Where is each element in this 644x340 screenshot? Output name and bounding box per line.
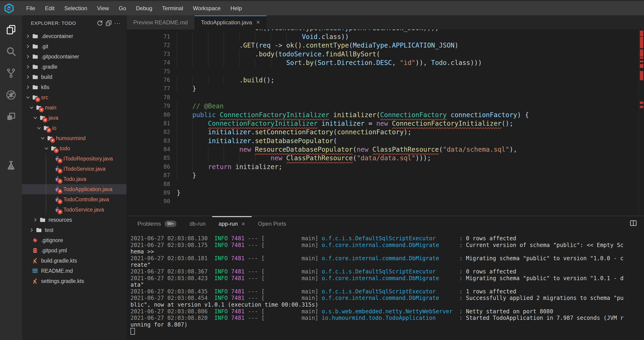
tree-item-gitpod-yml[interactable]: .gitpod.yml (22, 245, 126, 256)
tree-item-src[interactable]: ×src (22, 92, 126, 102)
overview-ruler[interactable] (639, 29, 644, 216)
tab-preview-readme-md[interactable]: Preview README.md (127, 15, 194, 29)
tree-item-itodoservice-java[interactable]: ×ITodoService.java (22, 164, 126, 174)
terminal-segment: --- [ main] (244, 242, 322, 248)
tree-item-todo-java[interactable]: ×Todo.java (22, 174, 126, 184)
menu-item-debug[interactable]: Debug (131, 1, 157, 15)
tree-item-k8s[interactable]: k8s (22, 82, 126, 92)
menu-item-terminal[interactable]: Terminal (157, 1, 188, 15)
chevron-right-icon (28, 227, 35, 234)
token: "data/data.sql" (356, 154, 415, 162)
error-badge: × (57, 209, 63, 215)
terminal-line: 2021-06-27 02:03:08.423 INFO 7481 --- [ … (130, 275, 644, 282)
terminal-segment: 7481 (231, 295, 244, 301)
terminal-segment: o.f.core.internal.command.DbMigrate (322, 275, 439, 282)
panel-tab-problems[interactable]: Problems99+ (131, 216, 183, 232)
tab-todoapplication-java[interactable]: TodoApplication.java× (194, 15, 267, 29)
token: = (364, 120, 376, 127)
menu-item-file[interactable]: File (21, 1, 40, 15)
tree-item-build-gradle-kts[interactable]: build.gradle.kts (22, 256, 126, 266)
tab-label: Preview README.md (133, 19, 188, 26)
code-text (174, 197, 177, 206)
activity-test[interactable] (0, 154, 22, 176)
tree-item-todoapplication-java[interactable]: ×TodoApplication.java (22, 184, 126, 194)
terminal-segment (228, 288, 231, 295)
tree-item-gradle[interactable]: .gradle (22, 62, 126, 72)
tree-item-label: README.md (41, 268, 73, 274)
tree-item-main[interactable]: ×main (22, 102, 126, 113)
panel-tab-label: app-run (219, 221, 238, 227)
tree-item-io[interactable]: ×io (22, 123, 126, 133)
terminal-segment: o.f.c.i.s.DefaultSqlScriptExecutor (322, 268, 436, 275)
activity-source-control[interactable] (0, 62, 22, 84)
tree-item-build[interactable]: build (22, 72, 126, 82)
folder-icon (32, 63, 38, 70)
activity-debug[interactable] (0, 84, 22, 106)
refresh-icon[interactable] (96, 19, 104, 27)
terminal-segment: Migrating schema "public" to version "1.… (466, 255, 624, 262)
chevron-right-icon (24, 53, 31, 60)
folder-icon (32, 53, 38, 60)
line-number: 78 (127, 93, 174, 102)
close-icon[interactable]: × (256, 19, 260, 25)
tree-item-resources[interactable]: resources (22, 215, 126, 225)
terminal-segment: 0 rows affected (466, 268, 516, 275)
code-line-78: 78 (127, 93, 644, 102)
tree-item-readme-md[interactable]: README.md (22, 266, 126, 276)
tree-item-itodorepository-java[interactable]: ×ITodoRepository.java (22, 154, 126, 164)
activity-explorer[interactable] (0, 18, 22, 40)
gitpod-logo-icon[interactable] (3, 2, 15, 14)
line-number: 88 (127, 180, 174, 189)
tree-item-devcontainer[interactable]: .devcontainer (22, 31, 126, 41)
tree-item-humourmind[interactable]: ×humourmind (22, 133, 126, 143)
terminal-segment: reate" (130, 262, 151, 268)
terminal-segment: --- [ main] (244, 255, 322, 262)
tree-item-todo[interactable]: ×todo (22, 143, 126, 154)
code-editor[interactable]: ok().contentType(MediaType.APPLICATION_J… (127, 29, 644, 216)
token: ( (314, 59, 318, 66)
tree-item-todoservice-java[interactable]: ×TodoService.java (22, 205, 126, 215)
terminal-segment: Netty started on port 8080 (466, 308, 553, 315)
menu-item-view[interactable]: View (92, 1, 114, 15)
panel-tab-app-run[interactable]: app-run× (212, 216, 252, 232)
folder-icon (32, 33, 38, 39)
activity-extensions[interactable] (0, 106, 22, 128)
tree-item-label: .git (41, 43, 48, 50)
token: initializer (208, 137, 251, 145)
menu-item-help[interactable]: Help (226, 1, 246, 15)
tree-item-todocontroller-java[interactable]: ×TodoController.java (22, 194, 126, 205)
tree-item-label: settings.gradle.kts (41, 278, 84, 284)
tree-item-gitpodcontainer[interactable]: .gitpodcontainer (22, 51, 126, 62)
terminal-output[interactable]: 2021-06-27 02:03:08.130 INFO 7481 --- [ … (127, 232, 644, 340)
menu-item-edit[interactable]: Edit (40, 1, 60, 15)
token (177, 33, 302, 40)
token: public (177, 111, 216, 119)
chevron-spacer (47, 186, 54, 193)
terminal-line: 2021-06-27 02:03:08.806 INFO 7481 --- [ … (130, 308, 644, 315)
menu-item-go[interactable]: Go (114, 1, 131, 15)
chevron-spacer (24, 278, 31, 285)
token: Sort (318, 59, 333, 66)
activity-search[interactable] (0, 40, 22, 62)
panel-tab-open-ports[interactable]: Open Ports (252, 216, 293, 232)
line-number: 71 (127, 32, 174, 41)
tree-item-git[interactable]: .git (22, 41, 126, 51)
tree-item-settings-gradle-kts[interactable]: settings.gradle.kts (22, 276, 126, 286)
token: . (302, 59, 306, 66)
split-panel-icon[interactable] (629, 219, 638, 228)
menu-item-workspace[interactable]: Workspace (188, 1, 226, 15)
tree-item-label: resources (48, 217, 72, 223)
panel-tab-db-run[interactable]: db-run (183, 216, 212, 232)
explorer-sidebar: EXPLORER: TODO ··· .devcontainer.git.git… (22, 15, 126, 340)
tree-item-gitignore[interactable]: .gitignore (22, 235, 126, 245)
menu-item-selection[interactable]: Selection (60, 1, 92, 15)
tree-item-test[interactable]: test (22, 225, 126, 235)
tree-item-java[interactable]: ×java (22, 113, 126, 123)
token: . (388, 41, 392, 49)
problems-count-badge: 99+ (164, 221, 176, 227)
more-icon[interactable]: ··· (113, 19, 122, 27)
close-icon[interactable]: × (242, 220, 245, 228)
terminal-segment: o.f.c.i.s.DefaultSqlScriptExecutor (322, 235, 436, 242)
collapse-all-icon[interactable] (104, 19, 113, 27)
token (447, 111, 450, 119)
